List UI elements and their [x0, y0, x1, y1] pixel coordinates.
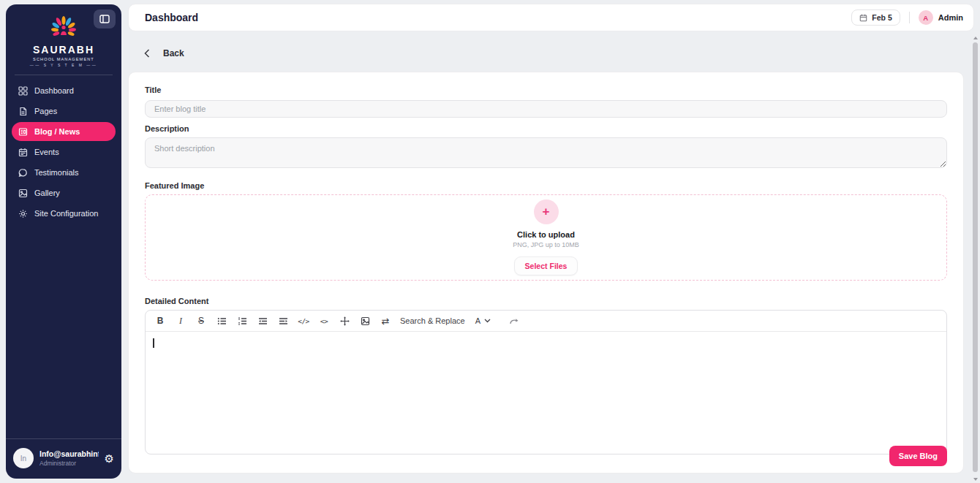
- blog-form-card: Title Description Featured Image + Click…: [128, 72, 964, 474]
- app-stage: SAURABH SCHOOL MANAGEMENT —— S Y S T E M…: [0, 0, 980, 483]
- bullet-list-button[interactable]: [213, 313, 230, 329]
- news-icon: [18, 126, 28, 137]
- user-role: Administrator: [39, 460, 99, 467]
- featured-image-label: Featured Image: [145, 181, 947, 190]
- sidebar-item-label: Dashboard: [34, 86, 74, 95]
- featured-image-dropzone[interactable]: + Click to upload PNG, JPG up to 10MB Se…: [145, 194, 947, 281]
- upload-plus-icon[interactable]: +: [534, 199, 559, 224]
- gear-icon: [18, 208, 28, 218]
- sidebar-item-pages[interactable]: Pages: [12, 102, 116, 121]
- sidebar-item-gallery[interactable]: Gallery: [12, 183, 116, 202]
- brand-system: —— S Y S T E M ——: [6, 63, 121, 67]
- brand-logo-icon: [47, 13, 80, 42]
- select-files-button[interactable]: Select Files: [514, 256, 578, 275]
- sidebar-divider: [15, 75, 113, 75]
- editor-toolbar: B I S: [146, 311, 946, 332]
- description-textarea[interactable]: [145, 137, 947, 168]
- outdent-icon: [258, 316, 268, 326]
- upload-hint-text: PNG, JPG up to 10MB: [513, 241, 579, 248]
- sidebar-item-label: Site Configuration: [34, 209, 98, 218]
- italic-button[interactable]: I: [172, 313, 189, 329]
- indent-icon: [279, 316, 288, 326]
- sidebar-item-testimonials[interactable]: Testimonials: [12, 163, 116, 182]
- sidebar-item-label: Gallery: [34, 189, 60, 197]
- move-button[interactable]: [336, 313, 353, 329]
- save-blog-button[interactable]: Save Blog: [889, 446, 947, 466]
- code-block-button[interactable]: </>: [295, 313, 312, 329]
- scrollbar-up-arrow-icon[interactable]: [973, 37, 978, 39]
- strikethrough-button[interactable]: S: [192, 313, 210, 329]
- sidebar-toggle-icon: [99, 15, 110, 23]
- outdent-button[interactable]: [254, 313, 271, 329]
- calendar-icon: [18, 147, 28, 157]
- sidebar: SAURABH SCHOOL MANAGEMENT —— S Y S T E M…: [6, 4, 121, 479]
- scrollbar-thumb[interactable]: [973, 42, 978, 472]
- topbar-divider: [909, 12, 910, 23]
- title-label: Title: [145, 85, 161, 94]
- back-button[interactable]: Back: [144, 48, 184, 58]
- sidebar-footer: In Info@saurabhinfosys.c... Administrato…: [6, 438, 121, 479]
- ordered-list-button[interactable]: [233, 313, 251, 329]
- sidebar-collapse-button[interactable]: [94, 9, 116, 28]
- date-chip-label: Feb 5: [872, 13, 892, 22]
- user-info: Info@saurabhinfosys.c... Administrator: [39, 449, 99, 467]
- user-email: Info@saurabhinfosys.c...: [39, 449, 99, 458]
- topbar: Dashboard Feb 5 A Admin: [128, 4, 974, 31]
- editor-content-area[interactable]: [146, 332, 946, 455]
- admin-name: Admin: [938, 13, 963, 22]
- rich-text-editor: B I S: [145, 310, 947, 455]
- indent-button[interactable]: [274, 313, 292, 329]
- brand-tagline: SCHOOL MANAGEMENT: [6, 57, 121, 61]
- bullet-list-icon: [217, 316, 227, 326]
- date-chip[interactable]: Feb 5: [851, 9, 900, 26]
- description-label: Description: [145, 124, 947, 133]
- sidebar-item-label: Testimonials: [34, 168, 79, 177]
- ordered-list-icon: [238, 316, 247, 326]
- sidebar-item-label: Events: [34, 148, 59, 156]
- detailed-content-label: Detailed Content: [145, 297, 947, 305]
- page-scrollbar[interactable]: [973, 37, 978, 481]
- page-title: Dashboard: [145, 12, 198, 23]
- upload-click-text: Click to upload: [517, 230, 575, 239]
- sidebar-item-dashboard[interactable]: Dashboard: [12, 81, 116, 100]
- back-label: Back: [163, 48, 184, 58]
- sidebar-item-site-configuration[interactable]: Site Configuration: [12, 204, 116, 223]
- font-dropdown-label: A: [475, 316, 480, 325]
- sidebar-item-label: Blog / News: [34, 127, 80, 136]
- sidebar-nav: Dashboard Pages Blog / News: [6, 75, 121, 438]
- brand-name: SAURABH: [6, 44, 121, 56]
- chevron-left-icon: [144, 49, 150, 58]
- admin-menu[interactable]: A Admin: [919, 10, 963, 25]
- bold-button[interactable]: B: [151, 313, 169, 329]
- font-dropdown[interactable]: A: [471, 316, 495, 325]
- scrollbar-down-arrow-icon[interactable]: [973, 478, 978, 481]
- dashboard-grid-icon: [18, 85, 28, 96]
- move-icon: [340, 316, 350, 326]
- topbar-right: Feb 5 A Admin: [851, 9, 963, 26]
- chat-bubble-icon: [18, 167, 28, 178]
- gallery-icon: [18, 188, 28, 198]
- text-cursor: [153, 338, 154, 348]
- title-input[interactable]: [145, 100, 947, 118]
- insert-image-button[interactable]: [356, 313, 374, 329]
- sidebar-item-label: Pages: [34, 107, 57, 115]
- redo-icon: [509, 316, 519, 325]
- chevron-down-icon: [484, 319, 491, 323]
- sidebar-item-events[interactable]: Events: [12, 142, 116, 161]
- sidebar-item-blog-news[interactable]: Blog / News: [12, 122, 116, 141]
- admin-avatar: A: [919, 10, 933, 25]
- swap-arrows-button[interactable]: ⇄: [377, 313, 394, 329]
- page-icon: [18, 106, 28, 116]
- user-avatar: In: [13, 448, 34, 468]
- sidebar-header: SAURABH SCHOOL MANAGEMENT —— S Y S T E M…: [6, 4, 121, 75]
- calendar-icon: [859, 14, 867, 22]
- inline-code-button[interactable]: <>: [315, 313, 333, 329]
- image-icon: [361, 316, 370, 326]
- settings-gear-icon[interactable]: ⚙: [105, 453, 114, 464]
- redo-button[interactable]: [505, 313, 523, 329]
- search-replace-button[interactable]: Search & Replace: [397, 316, 468, 325]
